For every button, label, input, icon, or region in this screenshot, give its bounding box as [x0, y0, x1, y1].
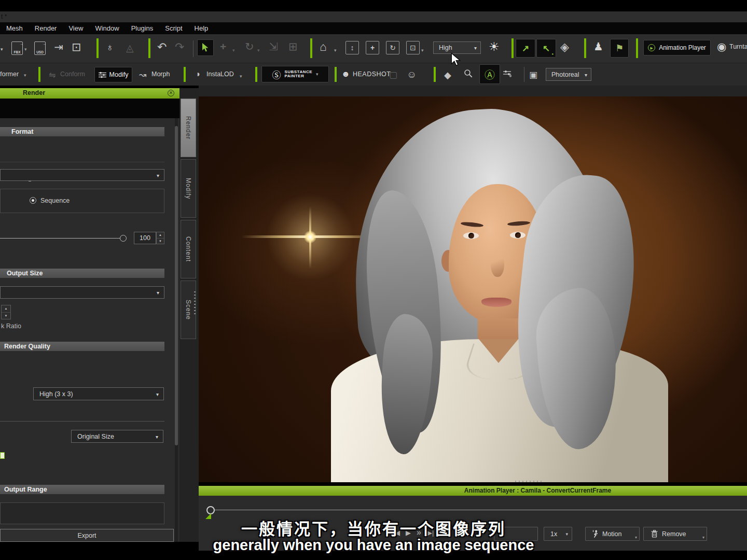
- lamp-icon[interactable]: ◬: [126, 42, 134, 54]
- panel-scrollbar-thumb[interactable]: [175, 126, 178, 445]
- panel-box-icon[interactable]: ▣: [529, 69, 537, 80]
- application-window: t * Mesh Render View Window Plugins Scri…: [0, 0, 747, 560]
- transform-tool-button[interactable]: ⊞: [288, 40, 298, 53]
- move-tool-button[interactable]: +: [220, 40, 226, 53]
- lock-ratio-label[interactable]: k Ratio: [1, 323, 21, 330]
- viewport[interactable]: [199, 86, 747, 482]
- zoom-search-button[interactable]: [464, 69, 473, 80]
- document-icon[interactable]: ▢: [389, 69, 397, 80]
- morph-icon[interactable]: ↝: [139, 69, 146, 80]
- render-quality-section-header: Render Quality: [0, 342, 164, 351]
- format-dropdown[interactable]: ▾: [0, 169, 164, 181]
- undo-button[interactable]: ↶: [157, 40, 167, 54]
- headshot-button[interactable]: HEADSHOT: [353, 71, 391, 78]
- menu-item-render[interactable]: Render: [35, 24, 57, 32]
- move-tool-dropdown-icon[interactable]: ▾: [232, 48, 235, 53]
- rotate-tool-button[interactable]: ↻: [245, 40, 254, 53]
- clipped-tool-dropdown-icon[interactable]: ▾: [1, 47, 3, 52]
- frame-move-button[interactable]: +: [366, 41, 379, 54]
- character-stand-icon[interactable]: ♟: [593, 40, 603, 53]
- pose-apply-button[interactable]: ↗ ●: [536, 39, 556, 58]
- close-icon[interactable]: ✕: [168, 90, 174, 96]
- frame-camera-dropdown-icon[interactable]: ▾: [421, 48, 424, 53]
- frame-vertical-button[interactable]: ↕: [345, 41, 359, 54]
- menu-item-help[interactable]: Help: [195, 24, 209, 32]
- size-spinner[interactable]: ▲▼: [1, 305, 11, 319]
- rock-mesh-icon[interactable]: ◆: [444, 69, 451, 81]
- export-icon[interactable]: ⇥: [54, 41, 63, 53]
- divider: [0, 162, 164, 162]
- render-panel: Render ✕ Format Video ▾ Sequence 100 ▲▼ …: [0, 88, 179, 543]
- menu-item-view[interactable]: View: [68, 24, 83, 32]
- menu-item-plugins[interactable]: Plugins: [131, 24, 154, 32]
- subtitle-chinese: 一般情况下，当你有一个图像序列: [0, 516, 747, 539]
- original-size-dropdown[interactable]: Original Size ▾: [71, 430, 163, 443]
- frame-slider-handle[interactable]: [120, 235, 127, 242]
- toolbar-separator: [96, 38, 99, 58]
- frame-value-input[interactable]: 100: [134, 232, 156, 244]
- rendered-scene: [199, 96, 747, 482]
- instalod-icon[interactable]: ◑: [195, 69, 200, 79]
- chevron-down-icon: ▾: [585, 72, 587, 77]
- sun-brightness-icon[interactable]: ☀: [489, 40, 500, 54]
- menu-item-mesh[interactable]: Mesh: [6, 24, 23, 32]
- side-tab-strip: Render Modify Content Scene: [179, 88, 199, 543]
- panel-header-strip: [0, 99, 179, 118]
- auto-mode-button[interactable]: Ⓐ: [479, 64, 500, 84]
- tab-modify[interactable]: Modify: [181, 159, 196, 218]
- rotate-tool-dropdown-icon[interactable]: ▾: [257, 48, 260, 53]
- menu-item-window[interactable]: Window: [95, 24, 119, 32]
- panel-drag-handle[interactable]: [515, 481, 543, 482]
- home-dropdown-icon[interactable]: ▾: [334, 48, 337, 53]
- animation-player-titlebar[interactable]: Animation Player : Camila - ConvertCurre…: [199, 486, 747, 496]
- substance-painter-button[interactable]: Ⓢ SUBSTANCE PAINTER ▾: [261, 66, 329, 82]
- modify-button[interactable]: Modify: [94, 67, 132, 82]
- format-section-header: Format: [0, 127, 164, 136]
- transformer-dropdown-icon[interactable]: ▾: [24, 73, 26, 78]
- redo-button[interactable]: ↷: [175, 40, 184, 54]
- photoreal-dropdown[interactable]: Photoreal ▾: [546, 68, 591, 81]
- frame-rotate-button[interactable]: ↻: [386, 41, 399, 54]
- viewport-quality-dropdown[interactable]: High ▾: [433, 41, 481, 54]
- animation-player-button[interactable]: ▶ Animation Player: [643, 40, 711, 55]
- select-tool-button[interactable]: [197, 39, 214, 56]
- usd-export-button[interactable]: → USD: [34, 41, 46, 55]
- import-box-icon[interactable]: ⊡: [72, 40, 81, 54]
- scale-tool-button[interactable]: ⇲: [269, 40, 278, 53]
- frame-camera-button[interactable]: ⊡: [406, 41, 420, 54]
- turntable-label[interactable]: Turntable: [729, 43, 747, 50]
- globe-icon[interactable]: ♁: [106, 41, 114, 53]
- panel-title: Render: [23, 89, 45, 96]
- sequence-radio[interactable]: [30, 197, 36, 204]
- sequence-radio-label[interactable]: Sequence: [40, 197, 70, 204]
- cluster-cubes-icon[interactable]: ◈: [560, 40, 569, 54]
- render-settings-button[interactable]: [503, 70, 512, 79]
- output-size-dropdown[interactable]: ▾: [0, 286, 164, 299]
- splitter-drag-handle[interactable]: [194, 291, 196, 316]
- pose-edit-button[interactable]: ↗: [516, 39, 535, 58]
- top-black-strip: [0, 0, 747, 11]
- flag-button[interactable]: ⚑: [610, 39, 629, 58]
- home-view-button[interactable]: ⌂: [320, 40, 327, 54]
- render-panel-titlebar[interactable]: Render ✕: [0, 88, 179, 99]
- tab-render[interactable]: Render: [181, 99, 196, 157]
- instalod-button[interactable]: InstaLOD: [206, 71, 234, 78]
- fbx-export-button[interactable]: → FBX: [11, 41, 23, 55]
- frame-slider-track[interactable]: [0, 238, 121, 239]
- toolbar-separator: [255, 67, 257, 82]
- menu-item-script[interactable]: Script: [165, 24, 182, 32]
- conform-icon[interactable]: ⇋: [49, 70, 56, 80]
- fbx-dropdown-icon[interactable]: ▾: [24, 47, 27, 52]
- headshot-icon[interactable]: ☻: [341, 69, 350, 79]
- mask-icon[interactable]: ☺: [407, 69, 417, 80]
- render-quality-dropdown[interactable]: High (3 x 3) ▾: [33, 387, 164, 400]
- turntable-icon[interactable]: ◉: [717, 40, 726, 53]
- transformer-button[interactable]: former: [0, 71, 19, 78]
- frame-value-spinner[interactable]: ▲▼: [156, 232, 164, 244]
- tab-content[interactable]: Content: [181, 220, 196, 278]
- instalod-dropdown-icon[interactable]: ▾: [240, 74, 242, 79]
- magnifier-icon: [464, 69, 473, 78]
- morph-button[interactable]: Morph: [151, 71, 170, 78]
- timeline-track[interactable]: [210, 510, 747, 510]
- conform-button[interactable]: Conform: [60, 71, 85, 78]
